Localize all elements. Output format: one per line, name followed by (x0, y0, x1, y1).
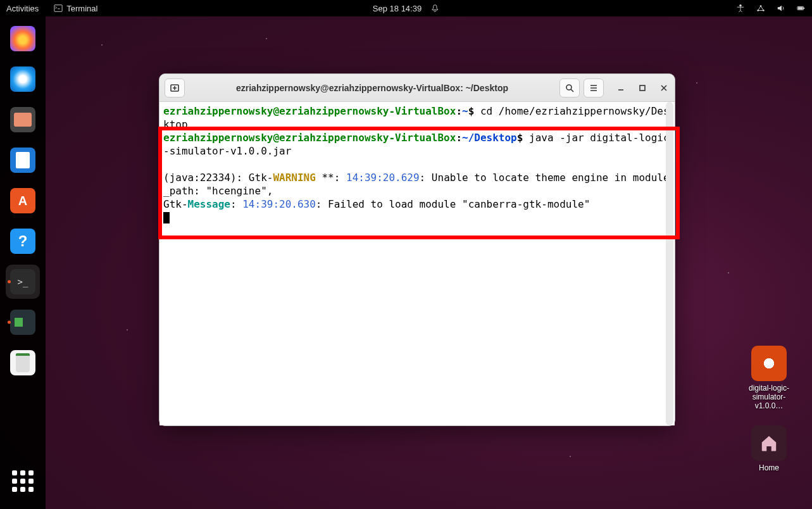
prompt-path-1: ~ (462, 105, 468, 117)
dock-trash[interactable] (6, 346, 40, 380)
top-bar: Activities Terminal Sep 18 14:39 (0, 0, 812, 16)
prompt-path-2: ~/Desktop (462, 132, 517, 144)
close-button[interactable] (658, 82, 670, 94)
activities-button[interactable]: Activities (6, 4, 39, 13)
dock (0, 16, 46, 509)
prompt-dollar-1: $ (468, 105, 475, 117)
gtk-prefix: (java:22334): Gtk- (163, 172, 273, 184)
svg-rect-7 (798, 7, 803, 9)
svg-rect-6 (804, 8, 805, 9)
gtk-message: Message (188, 198, 230, 210)
show-applications-button[interactable] (8, 466, 38, 496)
gtk-rest2: : Failed to load module "canberra-gtk-mo… (316, 198, 590, 210)
prompt-sep-2: : (456, 132, 462, 144)
dock-simulator[interactable] (6, 305, 40, 339)
svg-rect-10 (640, 85, 645, 91)
active-app-label: Terminal (66, 4, 97, 13)
gtk-stars: **: (316, 172, 346, 184)
window-title: ezriahzippernowsky@ezriahzippernowsky-Vi… (185, 83, 559, 93)
clock[interactable]: Sep 18 14:39 (373, 4, 422, 13)
dock-writer[interactable] (6, 143, 40, 177)
desktop-jar-icon[interactable]: digital-logic-simulator-v1.0.0… (744, 346, 794, 410)
home-icon (759, 434, 778, 453)
prompt-dollar-2: $ (517, 132, 523, 144)
battery-icon[interactable] (797, 4, 806, 13)
minimize-button[interactable] (615, 82, 627, 94)
terminal-icon (54, 4, 63, 13)
window-titlebar[interactable]: ezriahzippernowsky@ezriahzippernowsky-Vi… (159, 74, 675, 102)
terminal-output[interactable]: ezriahzippernowsky@ezriahzippernowsky-Vi… (159, 102, 675, 425)
desktop-home-label: Home (744, 463, 794, 472)
active-app-indicator[interactable]: Terminal (54, 4, 97, 13)
maximize-button[interactable] (637, 82, 648, 94)
notification-bell-icon[interactable] (430, 4, 439, 13)
gtk-prefix2: Gtk- (163, 198, 188, 210)
hamburger-icon (589, 83, 599, 93)
gtk-colon: : (230, 198, 242, 210)
desktop-home-icon[interactable]: Home (744, 425, 794, 472)
dock-files[interactable] (6, 103, 40, 137)
accessibility-icon[interactable] (736, 4, 745, 13)
dock-thunderbird[interactable] (6, 62, 40, 96)
prompt-userhost: ezriahzippernowsky@ezriahzippernowsky-Vi… (163, 105, 456, 117)
dock-terminal[interactable] (6, 265, 40, 299)
gtk-ts1: 14:39:20.629 (346, 172, 420, 184)
network-icon[interactable] (756, 4, 765, 13)
search-button[interactable] (559, 79, 580, 97)
svg-point-9 (566, 85, 572, 90)
minimize-icon (616, 84, 625, 92)
new-tab-icon (170, 83, 180, 93)
prompt-sep: : (456, 105, 462, 117)
svg-point-1 (739, 4, 742, 7)
dock-firefox[interactable] (6, 22, 40, 56)
gtk-ts2: 14:39:20.630 (242, 198, 316, 210)
dock-help[interactable] (6, 224, 40, 258)
maximize-icon (638, 84, 647, 92)
gtk-warning: WARNING (273, 172, 315, 184)
search-icon (565, 83, 575, 93)
terminal-window: ezriahzippernowsky@ezriahzippernowsky-Vi… (159, 73, 675, 426)
dock-software[interactable] (6, 184, 40, 218)
volume-icon[interactable] (777, 4, 785, 13)
terminal-scrollbar[interactable] (666, 102, 673, 425)
prompt-userhost-2: ezriahzippernowsky@ezriahzippernowsky-Vi… (163, 132, 456, 144)
close-icon (659, 84, 668, 92)
svg-rect-0 (54, 5, 62, 12)
new-tab-button[interactable] (165, 79, 185, 97)
terminal-cursor (163, 212, 170, 223)
menu-button[interactable] (584, 79, 604, 97)
desktop-jar-label: digital-logic-simulator-v1.0.0… (744, 384, 794, 410)
